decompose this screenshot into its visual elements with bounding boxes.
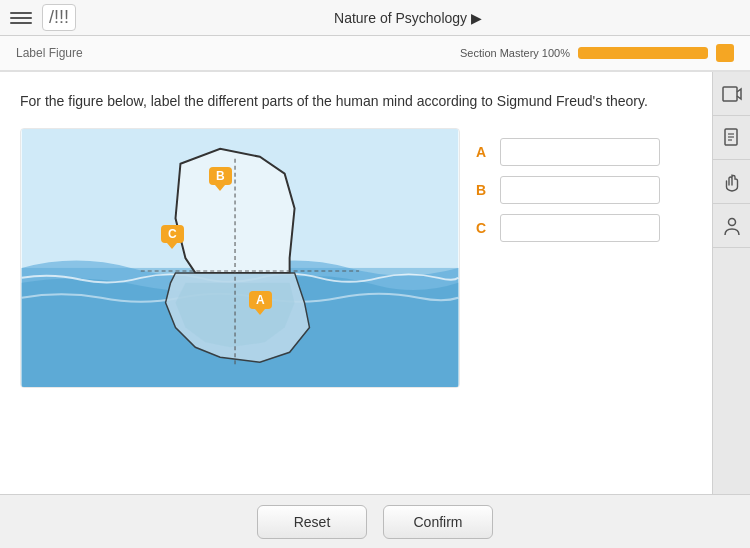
document-icon[interactable]	[713, 116, 750, 160]
progress-bar-fill	[578, 47, 708, 59]
label-letter-a: A	[476, 144, 492, 160]
video-icon[interactable]	[713, 72, 750, 116]
label-input-c[interactable]	[500, 214, 660, 242]
pin-b: B	[209, 167, 232, 185]
page-title: Nature of Psychology ▶	[76, 10, 740, 26]
exercise-area: B C A A B	[20, 128, 730, 538]
menu-button[interactable]	[10, 7, 32, 29]
label-row-b: B	[476, 176, 660, 204]
person-icon[interactable]	[713, 204, 750, 248]
hand-icon[interactable]	[713, 160, 750, 204]
main-area: For the figure below, label the differen…	[0, 72, 750, 548]
confirm-button[interactable]: Confirm	[383, 505, 493, 539]
label-input-b[interactable]	[500, 176, 660, 204]
label-letter-b: B	[476, 182, 492, 198]
mastery-container: Section Mastery 100%	[460, 44, 734, 62]
label-input-a[interactable]	[500, 138, 660, 166]
topbar: /!!! Nature of Psychology ▶	[0, 0, 750, 36]
mastery-indicator	[716, 44, 734, 62]
section-header: Label Figure Section Mastery 100%	[0, 36, 750, 71]
progress-bar	[578, 47, 708, 59]
question-text: For the figure below, label the differen…	[20, 90, 730, 112]
title-text: Nature of Psychology	[334, 10, 467, 26]
label-letter-c: C	[476, 220, 492, 236]
pin-c: C	[161, 225, 184, 243]
right-sidebar	[712, 72, 750, 530]
pin-a: A	[249, 291, 272, 309]
label-row-a: A	[476, 138, 660, 166]
svg-rect-4	[723, 87, 737, 101]
labels-area: A B C	[476, 128, 660, 538]
bars-icon[interactable]: /!!!	[42, 4, 76, 31]
svg-point-9	[729, 218, 736, 225]
content-area: Label Figure Section Mastery 100% For th…	[0, 36, 750, 548]
title-arrow: ▶	[471, 10, 482, 26]
iceberg-svg	[21, 129, 459, 387]
section-type-label: Label Figure	[16, 46, 460, 60]
bottom-bar: Reset Confirm	[0, 494, 750, 548]
reset-button[interactable]: Reset	[257, 505, 367, 539]
figure-container: B C A	[20, 128, 460, 388]
label-row-c: C	[476, 214, 660, 242]
mastery-label: Section Mastery 100%	[460, 47, 570, 59]
